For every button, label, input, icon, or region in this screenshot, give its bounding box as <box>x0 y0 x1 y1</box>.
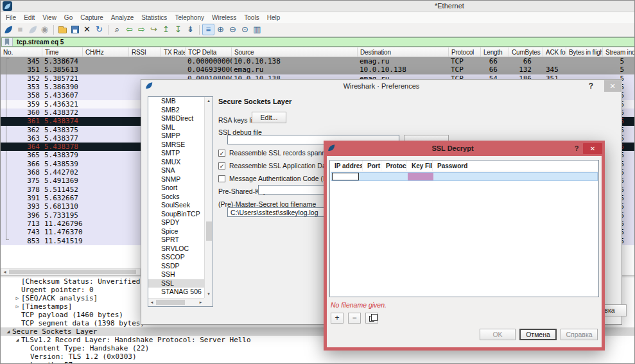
ssl-column-port[interactable]: Port <box>363 160 381 171</box>
protocol-item-smb[interactable]: SMB <box>148 97 204 106</box>
menu-go[interactable]: Go <box>60 12 76 23</box>
protocol-item-sprt[interactable]: SPRT <box>148 236 204 245</box>
checkbox-unchecked[interactable] <box>218 175 225 182</box>
auto-scroll-icon[interactable]: ⇟ <box>184 24 196 35</box>
scroll-left-icon[interactable]: ◂ <box>148 299 155 306</box>
scroll-up-icon[interactable]: ▴ <box>205 97 213 105</box>
menu-edit[interactable]: Edit <box>20 12 39 23</box>
column-header-no[interactable]: No. <box>1 48 42 56</box>
ip-address-editor[interactable] <box>332 173 359 180</box>
rsa-edit-button[interactable]: Edit... <box>252 112 286 123</box>
resize-columns-icon[interactable]: ▥ <box>251 24 263 35</box>
protocol-list-hscrollbar[interactable]: ◂ ▸ <box>148 298 204 306</box>
stop-capture-icon[interactable]: ■ <box>14 24 26 35</box>
protocol-item-ssh[interactable]: SSH <box>148 270 204 279</box>
add-row-button[interactable]: + <box>331 313 344 324</box>
protocol-item-smpp[interactable]: SMPP <box>148 132 204 141</box>
reload-capture-icon[interactable]: ↻ <box>93 24 105 35</box>
protocol-list-vscrollbar[interactable]: ▴ ▾ <box>204 97 213 298</box>
protocol-item-ssl[interactable]: SSL <box>148 279 204 288</box>
ssl-column-ip-address[interactable]: IP address <box>330 160 363 171</box>
restart-capture-icon[interactable] <box>26 24 39 35</box>
column-header-rssi[interactable]: RSSI <box>129 48 161 56</box>
menu-tools[interactable]: Tools <box>240 12 263 23</box>
zoom-in-icon[interactable]: ⊕ <box>214 24 227 35</box>
protocol-item-smbdirect[interactable]: SMBDirect <box>148 114 204 123</box>
go-back-icon[interactable]: ⇦ <box>123 24 135 35</box>
ssl-column-key-file[interactable]: Key File <box>407 160 433 171</box>
menu-analyze[interactable]: Analyze <box>107 12 138 23</box>
menu-file[interactable]: File <box>2 12 20 23</box>
column-header-time[interactable]: Time <box>42 48 83 56</box>
column-header-ch-hz[interactable]: CH/Hz <box>83 48 129 56</box>
copy-row-button[interactable] <box>365 313 378 324</box>
display-filter-input[interactable]: tcp.stream eq 5 <box>13 39 64 46</box>
protocol-item-sna[interactable]: SNA <box>148 166 204 175</box>
hscroll-thumb[interactable] <box>156 300 185 305</box>
protocol-item-soulseek[interactable]: SoulSeek <box>148 201 204 210</box>
column-header-cumbytes[interactable]: CumBytes <box>509 48 543 56</box>
column-header-length[interactable]: Length <box>481 48 509 56</box>
ssl-help-button[interactable]: ? <box>570 144 583 152</box>
protocol-item-smtp[interactable]: SMTP <box>148 149 204 158</box>
colorize-packets-icon[interactable]: ≡ <box>202 24 214 35</box>
protocol-item-snort[interactable]: Snort <box>148 184 204 193</box>
protocol-item-srvloc[interactable]: SRVLOC <box>148 245 204 254</box>
scroll-right-icon[interactable]: ▸ <box>197 299 204 306</box>
menu-capture[interactable]: Capture <box>76 12 107 23</box>
packet-row-345[interactable]: 3455.3386740.00000000010.0.10.138emag.ru… <box>1 57 635 65</box>
protocol-item-soupbintcp[interactable]: SoupBinTCP <box>148 210 204 219</box>
remove-row-button[interactable]: − <box>348 313 361 324</box>
display-filter-field[interactable]: tcp.stream eq 5 <box>1 37 635 47</box>
help-button[interactable]: Справка <box>561 329 598 340</box>
go-first-packet-icon[interactable]: ↥ <box>160 24 172 35</box>
protocol-item-stanag-506[interactable]: STANAG 506 <box>148 288 204 297</box>
ok-button[interactable]: OK <box>480 329 516 340</box>
protocol-item-spdy[interactable]: SPDY <box>148 218 204 227</box>
hscroll-thumb[interactable] <box>9 270 136 274</box>
column-header-stream-index[interactable]: Stream index <box>603 48 635 56</box>
vscroll-thumb[interactable] <box>206 221 212 241</box>
scroll-down-icon[interactable]: ▾ <box>205 290 213 298</box>
protocol-item-ssdp[interactable]: SSDP <box>148 262 204 271</box>
protocol-item-socks[interactable]: Socks <box>148 193 204 202</box>
close-capture-file-icon[interactable]: ✕ <box>81 24 93 35</box>
column-header-destination[interactable]: Destination <box>358 48 449 56</box>
packet-row-351[interactable]: 3515.3856130.046939000emag.ru10.0.10.138… <box>1 65 635 74</box>
protocol-item-smb2[interactable]: SMB2 <box>148 106 204 115</box>
zoom-original-icon[interactable]: ⊙ <box>239 24 251 35</box>
ssl-column-protocol[interactable]: Protocol <box>381 160 407 171</box>
zoom-out-icon[interactable]: ⊖ <box>227 24 239 35</box>
column-header-bytes-in-flight[interactable]: Bytes in flight <box>566 48 603 56</box>
column-header-protocol[interactable]: Protocol <box>449 48 481 56</box>
ssl-close-button[interactable]: ✕ <box>583 143 602 154</box>
checkbox-checked[interactable]: ✓ <box>218 150 225 157</box>
protocol-item-smux[interactable]: SMUX <box>148 158 204 167</box>
ssl-column-password[interactable]: Password <box>433 160 598 171</box>
capture-options-icon[interactable]: ◉ <box>39 24 51 35</box>
save-capture-file-icon[interactable] <box>69 24 81 35</box>
column-header-tx-rate[interactable]: TX Rate <box>161 48 186 56</box>
go-to-packet-icon[interactable]: ↪ <box>148 24 160 35</box>
menu-view[interactable]: View <box>39 12 60 23</box>
preferences-help-button[interactable]: ? <box>589 80 593 92</box>
protocol-item-snmp[interactable]: SNMP <box>148 175 204 184</box>
filter-bookmark-icon[interactable] <box>2 38 13 46</box>
menu-help[interactable]: Help <box>263 12 284 23</box>
ssl-table-new-row[interactable] <box>331 172 598 181</box>
column-header-tcp-delta[interactable]: TCP Delta <box>186 48 232 56</box>
ssl-decrypt-titlebar[interactable]: SSL Decrypt ? ✕ <box>324 141 605 156</box>
window-titlebar[interactable]: *Ethernet <box>1 1 635 12</box>
go-last-packet-icon[interactable]: ↧ <box>172 24 184 35</box>
go-forward-icon[interactable]: ⇨ <box>135 24 148 35</box>
cancel-button[interactable]: Отмена <box>519 329 557 340</box>
protocol-item-smrse[interactable]: SMRSE <box>148 141 204 150</box>
column-header-ack-for[interactable]: ACK for <box>543 48 566 56</box>
detail-line-length-57[interactable]: Length: 57 <box>1 361 635 364</box>
open-capture-file-icon[interactable] <box>57 24 69 35</box>
find-packet-icon[interactable]: ⌕ <box>111 24 123 35</box>
packet-list-hscrollbar[interactable]: ◂ <box>1 268 141 275</box>
start-capture-icon[interactable] <box>2 24 14 35</box>
column-header-source[interactable]: Source <box>232 48 358 56</box>
preferences-close-button[interactable]: ✕ <box>604 80 621 92</box>
